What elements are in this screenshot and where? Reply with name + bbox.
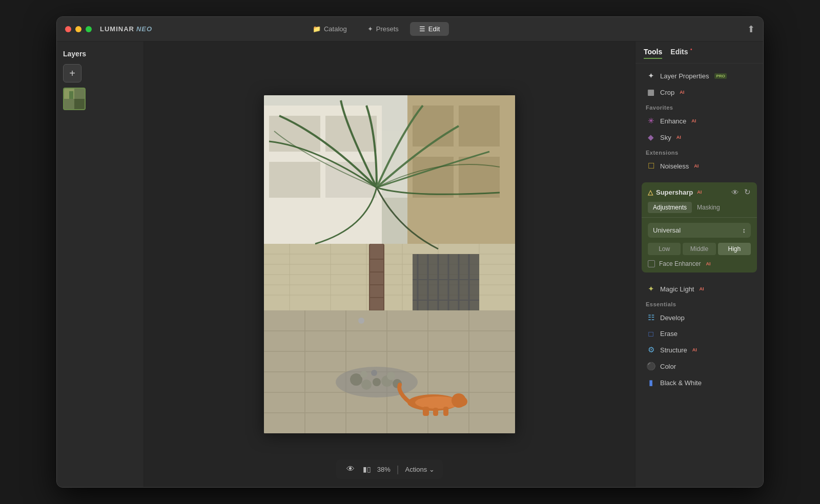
adjustments-tab[interactable]: Adjustments xyxy=(648,202,692,213)
svg-point-62 xyxy=(373,378,381,386)
crop-icon: ▦ xyxy=(646,88,656,97)
ai-badge-supersharp: AI xyxy=(697,190,702,195)
photo-container xyxy=(264,95,515,433)
supersharp-label: Supersharp xyxy=(656,188,693,196)
title-bar: LUMINAR NEO 📁 Catalog ✦ Presets ☰ Edit ⬆ xyxy=(57,17,763,41)
supersharp-panel: △ Supersharp AI 👁 ↻ Adjustments Masking xyxy=(642,182,757,272)
add-layer-button[interactable]: + xyxy=(63,64,81,82)
universal-value: Universal xyxy=(653,226,681,234)
face-enhancer-checkbox[interactable] xyxy=(648,260,655,267)
app-window: LUMINAR NEO 📁 Catalog ✦ Presets ☰ Edit ⬆… xyxy=(56,16,764,488)
catalog-tab[interactable]: 📁 Catalog xyxy=(303,22,356,36)
level-low-btn[interactable]: Low xyxy=(648,243,681,255)
enhance-item[interactable]: ✳ Enhance AI xyxy=(644,113,755,129)
sky-icon: ◆ xyxy=(646,133,656,142)
supersharp-title: △ Supersharp AI xyxy=(648,188,731,196)
develop-item[interactable]: ☷ Develop xyxy=(644,309,755,326)
noiseless-item[interactable]: ☐ Noiseless AI xyxy=(644,158,755,174)
black-white-icon: ▮ xyxy=(646,378,656,387)
noiseless-icon: ☐ xyxy=(646,161,656,171)
black-white-item[interactable]: ▮ Black & White xyxy=(644,374,755,391)
layer-properties-icon: ✦ xyxy=(646,71,656,80)
pro-badge: PRO xyxy=(714,73,726,79)
level-middle-btn[interactable]: Middle xyxy=(683,243,715,255)
ai-badge-face: AI xyxy=(706,261,710,266)
layer-thumbnail[interactable] xyxy=(63,88,86,110)
face-enhancer-label: Face Enhancer xyxy=(659,260,701,267)
noiseless-label: Noiseless xyxy=(660,162,689,170)
svg-point-66 xyxy=(371,370,377,376)
left-panel: Layers + xyxy=(57,41,144,487)
supersharp-content: Universal ↕ Low Middle High Face Enhance… xyxy=(642,218,757,272)
structure-icon: ⚙ xyxy=(646,345,656,354)
compare-button[interactable]: ▮▯ xyxy=(363,465,371,473)
presets-label: Presets xyxy=(376,25,399,33)
svg-rect-73 xyxy=(433,408,438,416)
edit-tab[interactable]: ☰ Edit xyxy=(410,22,449,36)
supersharp-reset-btn[interactable]: ↻ xyxy=(744,187,751,197)
close-button[interactable] xyxy=(65,26,71,32)
ai-badge-sky: AI xyxy=(676,135,681,140)
sky-label: Sky xyxy=(660,134,671,141)
extensions-section-label: Extensions xyxy=(646,150,753,156)
maximize-button[interactable] xyxy=(86,26,92,32)
magic-light-label: Magic Light xyxy=(660,285,694,293)
presets-tab[interactable]: ✦ Presets xyxy=(358,22,408,36)
favorites-label: Favorites xyxy=(646,104,753,111)
catalog-label: Catalog xyxy=(324,25,347,33)
tools-section: ✦ Layer Properties PRO ▦ Crop AI Favorit… xyxy=(636,64,763,178)
color-item[interactable]: ⚫ Color xyxy=(644,358,755,374)
right-panel: Tools Edits ✦ Layer Properties PRO ▦ Cro… xyxy=(635,41,763,487)
crop-item[interactable]: ▦ Crop AI xyxy=(644,84,755,100)
masking-tab[interactable]: Masking xyxy=(692,202,725,213)
black-white-label: Black & White xyxy=(660,379,702,387)
color-icon: ⚫ xyxy=(646,362,656,371)
essentials-section-label: Essentials xyxy=(646,301,753,307)
structure-item[interactable]: ⚙ Structure AI xyxy=(644,342,755,358)
level-high-btn[interactable]: High xyxy=(718,243,751,255)
ai-badge-magic: AI xyxy=(699,286,704,291)
actions-button[interactable]: Actions ⌄ xyxy=(405,466,435,473)
enhance-icon: ✳ xyxy=(646,116,656,125)
supersharp-header[interactable]: △ Supersharp AI 👁 ↻ xyxy=(642,182,757,202)
erase-item[interactable]: □ Erase xyxy=(644,326,755,342)
develop-label: Develop xyxy=(660,314,685,322)
edits-tab[interactable]: Edits xyxy=(670,48,688,59)
edit-icon: ☰ xyxy=(419,25,425,33)
minimize-button[interactable] xyxy=(75,26,81,32)
magic-light-icon: ✦ xyxy=(646,284,656,293)
svg-rect-14 xyxy=(413,157,454,198)
actions-chevron-icon: ⌄ xyxy=(429,466,435,473)
structure-label: Structure xyxy=(660,346,687,354)
crop-label: Crop xyxy=(660,89,674,96)
zoom-control[interactable]: 38% xyxy=(377,466,391,473)
panel-header: Tools Edits xyxy=(636,41,763,64)
universal-dropdown[interactable]: Universal ↕ xyxy=(648,223,751,238)
catalog-icon: 📁 xyxy=(313,25,321,33)
layer-properties-label: Layer Properties xyxy=(660,72,709,80)
svg-point-75 xyxy=(358,318,364,324)
svg-rect-74 xyxy=(443,407,448,416)
visibility-toggle[interactable]: 👁 xyxy=(344,464,357,475)
svg-point-61 xyxy=(361,380,372,390)
layer-properties-item[interactable]: ✦ Layer Properties PRO xyxy=(644,68,755,84)
edit-label: Edit xyxy=(428,25,440,33)
magic-light-item[interactable]: ✦ Magic Light AI xyxy=(644,281,755,297)
main-content: Layers + xyxy=(57,41,763,487)
presets-icon: ✦ xyxy=(367,25,373,33)
dropdown-chevron-icon: ↕ xyxy=(743,226,746,234)
supersharp-visibility-btn[interactable]: 👁 xyxy=(731,188,739,197)
ai-badge-enhance: AI xyxy=(691,118,696,123)
sky-item[interactable]: ◆ Sky AI xyxy=(644,129,755,145)
erase-icon: □ xyxy=(646,329,656,338)
face-enhancer-row: Face Enhancer AI xyxy=(648,260,751,267)
svg-rect-15 xyxy=(459,157,500,198)
supersharp-icon: △ xyxy=(648,188,653,196)
enhance-label: Enhance xyxy=(660,117,686,125)
level-buttons: Low Middle High xyxy=(648,243,751,255)
tools-tab[interactable]: Tools xyxy=(644,48,662,59)
svg-rect-9 xyxy=(269,162,320,198)
export-button[interactable]: ⬆ xyxy=(747,24,755,35)
color-label: Color xyxy=(660,363,676,370)
app-logo: LUMINAR NEO xyxy=(100,25,152,33)
